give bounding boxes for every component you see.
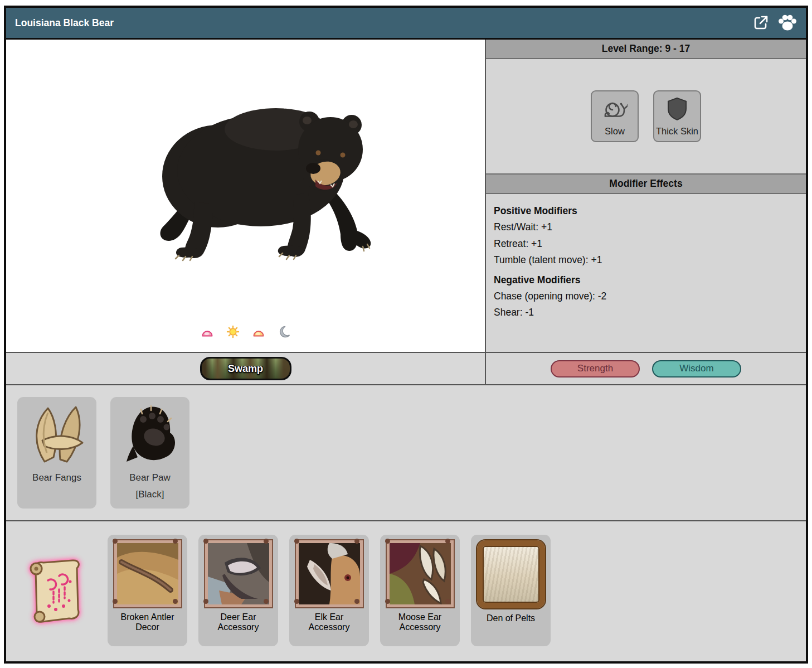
main-panels: Swamp Level Range: 9 - 17 (6, 40, 806, 385)
paw-icon[interactable] (778, 14, 797, 32)
craftable-card-deer-ear-accessory[interactable]: Deer Ear Accessory (198, 535, 278, 646)
dawn-icon (201, 325, 214, 341)
dusk-icon (252, 325, 265, 341)
enemy-panel: Swamp (6, 40, 486, 384)
bear-fangs-image (26, 401, 88, 469)
recipe-scroll-icon[interactable] (21, 557, 87, 627)
craftable-label-line2: Accessory (218, 622, 259, 632)
craftable-label: Deer Ear (220, 612, 256, 622)
stats-panel: Level Range: 9 - 17 (486, 40, 806, 384)
item-frame (114, 540, 181, 607)
craftable-label: Den of Pelts (487, 613, 535, 623)
drop-label-line2: [Black] (135, 486, 164, 503)
craftable-label: Moose Ear (398, 612, 441, 622)
ability-label: Thick Skin (656, 126, 698, 137)
biome-label: Swamp (228, 363, 263, 375)
modifier-item: Chase (opening move): -2 (494, 288, 798, 305)
biome-button-swamp[interactable]: Swamp (200, 357, 291, 380)
page-title: Louisiana Black Bear (15, 17, 114, 29)
battle-options-row: Strength Wisdom (486, 352, 806, 384)
modifier-effects-list: Positive Modifiers Rest/Wait: +1 Retreat… (486, 194, 806, 352)
biome-row: Swamp (6, 352, 485, 384)
day-icon (226, 325, 240, 341)
encounter-window: Louisiana Black Bear (4, 6, 808, 664)
strength-button[interactable]: Strength (551, 360, 640, 377)
abilities-row: Slow Thick Skin (486, 59, 806, 173)
item-frame (205, 540, 272, 607)
level-range-header: Level Range: 9 - 17 (486, 40, 806, 59)
moose-ear-image (390, 543, 451, 604)
title-bar-icons (752, 14, 797, 32)
active-times-row (6, 325, 485, 341)
enemy-image-panel (6, 40, 485, 352)
snail-icon (602, 96, 628, 123)
craftable-card-broken-antler-decor[interactable]: Broken Antler Decor (108, 535, 187, 646)
ability-label: Slow (605, 126, 625, 137)
drop-card-bear-paw[interactable]: Bear Paw [Black] (110, 397, 189, 509)
modifier-item: Retreat: +1 (494, 236, 798, 253)
external-link-icon[interactable] (752, 14, 769, 31)
craftable-label-line2: Accessory (309, 622, 350, 632)
positive-modifiers-heading: Positive Modifiers (494, 205, 798, 217)
drop-label: Bear Paw (129, 469, 171, 486)
shield-icon (664, 96, 690, 123)
modifier-item: Shear: -1 (494, 304, 798, 321)
wisdom-button[interactable]: Wisdom (652, 360, 741, 377)
modifier-effects-header: Modifier Effects (486, 173, 806, 194)
deer-ear-image (208, 543, 269, 604)
item-frame (296, 540, 363, 607)
craftable-card-den-of-pelts[interactable]: Den of Pelts (471, 535, 551, 646)
ability-slow[interactable]: Slow (591, 90, 639, 142)
craftable-label: Elk Ear (315, 612, 344, 622)
craftable-card-elk-ear-accessory[interactable]: Elk Ear Accessory (289, 535, 369, 646)
drops-section: Bear Fangs Bear Paw [Black (6, 385, 806, 521)
craftable-label-line2: Accessory (400, 622, 441, 632)
night-icon (278, 325, 291, 341)
den-of-pelts-image (477, 540, 545, 608)
craftable-card-moose-ear-accessory[interactable]: Moose Ear Accessory (380, 535, 460, 646)
broken-antler-image (117, 543, 178, 604)
negative-modifiers-heading: Negative Modifiers (494, 274, 798, 286)
drop-card-bear-fangs[interactable]: Bear Fangs (17, 397, 96, 509)
elk-ear-image (299, 543, 360, 604)
title-bar: Louisiana Black Bear (6, 8, 806, 40)
bear-paw-image (119, 401, 181, 469)
craftables-section: Broken Antler Decor Deer Ear Accessory (6, 521, 806, 661)
modifier-item: Rest/Wait: +1 (494, 219, 798, 236)
black-bear-image (147, 93, 392, 265)
ability-thick-skin[interactable]: Thick Skin (653, 90, 701, 142)
item-frame (387, 540, 454, 607)
modifier-item: Tumble (talent move): +1 (494, 252, 798, 269)
craftable-label: Broken Antler (120, 612, 174, 622)
craftable-label-line2: Decor (135, 622, 159, 632)
drop-label: Bear Fangs (32, 469, 81, 486)
